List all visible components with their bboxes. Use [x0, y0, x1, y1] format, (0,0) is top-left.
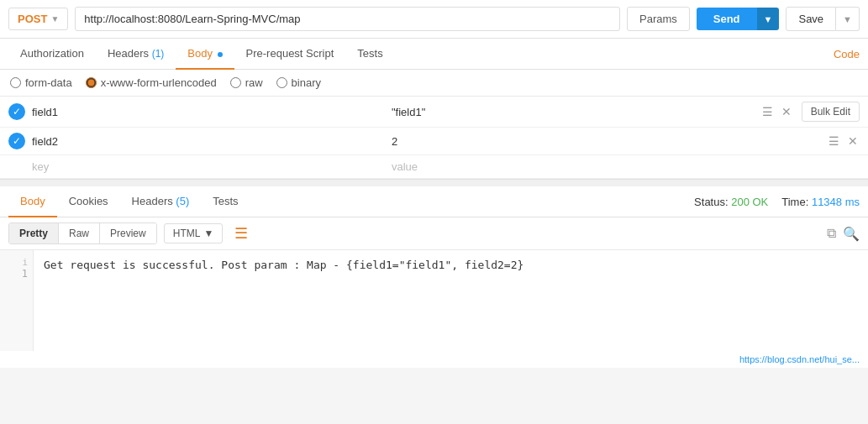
- field1-value-input[interactable]: [392, 106, 754, 118]
- field2-actions: ☰ ✕: [827, 134, 860, 148]
- tab-headers[interactable]: Headers (1): [96, 39, 176, 70]
- field1-check[interactable]: ✓: [8, 103, 25, 120]
- key-placeholder: key: [32, 160, 385, 173]
- method-select[interactable]: POST ▼: [8, 8, 68, 30]
- option-form-data[interactable]: form-data: [10, 76, 72, 89]
- request-tabs: Authorization Headers (1) Body Pre-reque…: [0, 39, 868, 70]
- body-dot: [218, 52, 223, 57]
- response-toolbar: Pretty Raw Preview HTML ▼ ☰ ⧉ 🔍: [0, 217, 868, 250]
- response-tabs: Body Cookies Headers (5) Tests Status: 2…: [0, 186, 868, 217]
- field2-delete-icon[interactable]: ✕: [846, 134, 860, 148]
- field2-key-input[interactable]: [32, 135, 385, 148]
- resp-tab-headers[interactable]: Headers (5): [120, 186, 202, 217]
- ln-i: i: [5, 257, 28, 268]
- method-chevron: ▼: [50, 14, 59, 24]
- resp-tab-body[interactable]: Body: [8, 186, 57, 217]
- field2-menu-icon[interactable]: ☰: [827, 134, 841, 148]
- tab-tests[interactable]: Tests: [345, 39, 394, 70]
- send-group: Send ▼: [697, 8, 780, 30]
- time-value: 11348 ms: [812, 196, 860, 208]
- response-line: Get request is successful. Post param : …: [44, 259, 523, 271]
- save-button[interactable]: Save: [786, 7, 836, 31]
- line-numbers: i 1: [0, 250, 34, 351]
- time-label: Time: 11348 ms: [781, 196, 860, 208]
- format-chevron: ▼: [203, 228, 213, 239]
- table-row: ✓ ☰ ✕ Bulk Edit: [0, 97, 868, 128]
- ln-1: 1: [22, 268, 28, 280]
- save-chevron-button[interactable]: ▼: [836, 7, 860, 31]
- format-select[interactable]: HTML ▼: [164, 223, 224, 243]
- view-btn-group: Pretty Raw Preview: [8, 222, 157, 244]
- send-button[interactable]: Send: [697, 8, 757, 30]
- wrap-button[interactable]: ☰: [229, 222, 253, 244]
- save-group: Save ▼: [786, 7, 860, 31]
- bulk-edit-button[interactable]: Bulk Edit: [802, 102, 860, 122]
- fields-section: ✓ ☰ ✕ Bulk Edit ✓ ☰ ✕ key value: [0, 97, 868, 180]
- resp-tab-cookies[interactable]: Cookies: [57, 186, 120, 217]
- tab-authorization[interactable]: Authorization: [8, 39, 96, 70]
- search-icon[interactable]: 🔍: [843, 226, 860, 242]
- tab-body[interactable]: Body: [176, 39, 234, 70]
- field2-check[interactable]: ✓: [8, 133, 25, 149]
- status-label: Status: 200 OK: [694, 196, 768, 208]
- field1-menu-icon[interactable]: ☰: [760, 105, 775, 118]
- resp-headers-badge: (5): [176, 195, 189, 207]
- headers-badge: (1): [152, 48, 165, 60]
- copy-icon[interactable]: ⧉: [827, 226, 836, 242]
- status-value: 200 OK: [731, 196, 768, 208]
- view-preview-button[interactable]: Preview: [100, 223, 156, 243]
- format-label: HTML: [173, 228, 201, 239]
- view-raw-button[interactable]: Raw: [59, 223, 100, 243]
- params-button[interactable]: Params: [627, 7, 690, 31]
- resp-status: Status: 200 OK Time: 11348 ms: [694, 187, 860, 217]
- watermark: https://blog.csdn.net/hui_se...: [0, 351, 868, 368]
- table-row: ✓ ☰ ✕: [0, 128, 868, 155]
- resp-tab-tests[interactable]: Tests: [201, 186, 250, 217]
- top-bar: POST ▼ Params Send ▼ Save ▼: [0, 0, 868, 39]
- field2-value-input[interactable]: [392, 135, 820, 148]
- option-raw[interactable]: raw: [230, 76, 263, 89]
- view-pretty-button[interactable]: Pretty: [9, 223, 59, 243]
- option-binary[interactable]: binary: [276, 76, 321, 89]
- tab-pre-request[interactable]: Pre-request Script: [234, 39, 346, 70]
- empty-field-row: key value: [0, 155, 868, 179]
- field1-key-input[interactable]: [32, 106, 385, 118]
- watermark-text: https://blog.csdn.net/hui_se...: [739, 354, 860, 364]
- response-body: i 1 Get request is successful. Post para…: [0, 250, 868, 351]
- field1-actions: ☰ ✕ Bulk Edit: [760, 102, 860, 122]
- code-link[interactable]: Code: [834, 39, 860, 69]
- method-label: POST: [18, 13, 47, 25]
- code-area: Get request is successful. Post param : …: [34, 250, 868, 351]
- body-options: form-data x-www-form-urlencoded raw bina…: [0, 70, 868, 97]
- resp-actions: ⧉ 🔍: [827, 226, 860, 242]
- send-chevron-button[interactable]: ▼: [757, 8, 780, 30]
- section-divider: [0, 180, 868, 186]
- option-x-www[interactable]: x-www-form-urlencoded: [86, 76, 217, 89]
- value-placeholder: value: [392, 160, 860, 173]
- url-input[interactable]: [75, 7, 620, 31]
- field1-delete-icon[interactable]: ✕: [780, 105, 793, 118]
